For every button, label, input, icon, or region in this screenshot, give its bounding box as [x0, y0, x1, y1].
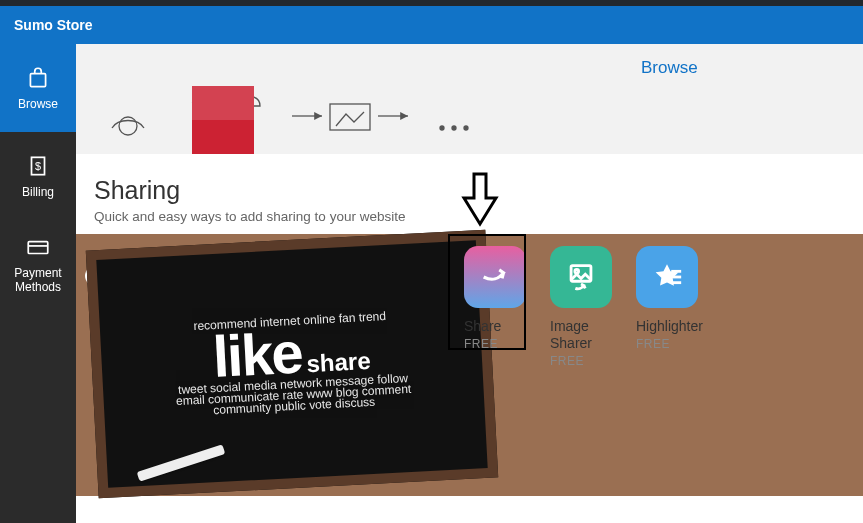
svg-point-7 — [440, 126, 444, 130]
svg-rect-19 — [671, 281, 681, 284]
svg-rect-17 — [671, 270, 681, 273]
svg-point-9 — [464, 126, 468, 130]
sidebar-item-payment-methods[interactable]: Payment Methods — [0, 220, 76, 308]
arrow-down-icon — [460, 172, 500, 228]
app-card-image-sharer[interactable]: Image Sharer FREE — [550, 246, 630, 368]
store-title: Sumo Store — [14, 17, 93, 33]
app-card-highlighter[interactable]: Highlighter FREE — [636, 246, 716, 351]
browse-link[interactable]: Browse — [641, 58, 698, 78]
svg-text:$: $ — [35, 160, 41, 172]
svg-rect-18 — [671, 276, 681, 279]
card-name: Image Sharer — [550, 318, 630, 352]
banner-strip: Browse — [76, 44, 863, 154]
invoice-icon: $ — [25, 153, 51, 179]
sidebar-item-label: Payment Methods — [4, 266, 72, 295]
sidebar-item-label: Browse — [18, 97, 58, 111]
card-icon — [25, 234, 51, 260]
card-price: FREE — [464, 337, 544, 351]
main-area: Browse Sharing Quick and easy ways to ad… — [76, 44, 863, 523]
banner-doodle — [92, 86, 492, 154]
app-card-share[interactable]: Share FREE — [464, 246, 544, 351]
card-price: FREE — [550, 354, 630, 368]
svg-rect-11 — [192, 86, 254, 120]
svg-rect-0 — [30, 73, 45, 86]
sidebar-filler — [0, 308, 76, 523]
bag-icon — [25, 65, 51, 91]
cards-area: recommend internet online fan trend like… — [76, 234, 863, 496]
image-sharer-icon — [550, 246, 612, 308]
highlighter-icon — [636, 246, 698, 308]
chalkboard-image: recommend internet online fan trend like… — [86, 230, 498, 499]
card-name: Share — [464, 318, 544, 335]
svg-point-8 — [452, 126, 456, 130]
card-price: FREE — [636, 337, 716, 351]
sidebar-item-billing[interactable]: $ Billing — [0, 132, 76, 220]
sidebar-item-label: Billing — [22, 185, 54, 199]
sidebar: Browse $ Billing Payment Methods — [0, 44, 76, 523]
card-name: Highlighter — [636, 318, 716, 335]
svg-point-5 — [119, 117, 137, 135]
svg-rect-3 — [28, 241, 48, 253]
share-icon — [464, 246, 526, 308]
sidebar-item-browse[interactable]: Browse — [0, 44, 76, 132]
store-header: Sumo Store — [0, 6, 863, 44]
svg-rect-6 — [330, 104, 370, 130]
